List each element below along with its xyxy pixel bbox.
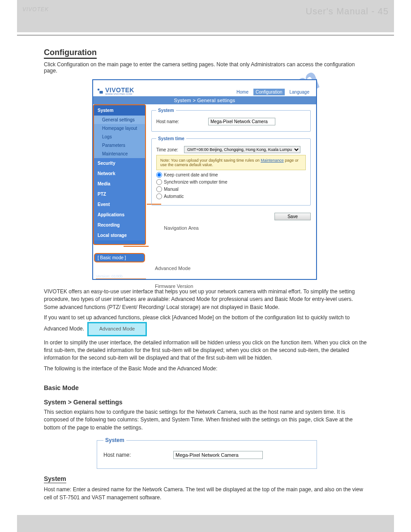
save-button[interactable]: Save [274, 213, 311, 220]
logo-icon [96, 87, 104, 95]
radio-automatic-label: Automatic [164, 194, 184, 199]
timezone-select[interactable]: GMT+08:00 Beijing, Chongqing, Hong Kong,… [184, 146, 300, 153]
sidebar-item-security[interactable]: Security [94, 158, 145, 168]
timezone-label: Time zone: [156, 147, 181, 152]
logo-sub: WWW.VIVOTEK.COM [105, 93, 134, 95]
firmware-version: Version: 0100b [96, 274, 146, 279]
para-overview-2: If you want to set up advanced functions… [44, 314, 367, 336]
sidebar-item-ptz[interactable]: PTZ [94, 189, 145, 199]
radio-keep-current[interactable] [156, 172, 162, 178]
hostname-para: Host name: Enter a desired name for the … [44, 486, 367, 502]
radio-keep-current-label: Keep current date and time [164, 172, 218, 177]
sidebar-item-system[interactable]: System [94, 105, 145, 116]
top-rule [17, 35, 394, 35]
page-bottom-bar: 44 - User's Manual [17, 515, 394, 532]
advanced-mode-button[interactable]: Advanced Mode [87, 322, 147, 336]
svg-point-0 [98, 89, 100, 91]
radio-manual-label: Manual [164, 187, 179, 192]
header-nav: Home Configuration Language [234, 89, 312, 95]
callout-label-fw: Firmware Version [155, 283, 193, 289]
nav-home[interactable]: Home [234, 89, 251, 95]
fig2-fieldset: System Host name: [97, 437, 317, 469]
sidebar-item-local-storage[interactable]: Local storage [94, 230, 145, 240]
para-ui-behavior: In order to simplify the user interface,… [44, 339, 367, 362]
panel-system: System Host name: [151, 108, 311, 132]
sidebar-item-event[interactable]: Event [94, 199, 145, 210]
nav-language[interactable]: Language [287, 89, 312, 95]
sidebar-sub-maintenance[interactable]: Maintenance [94, 150, 145, 158]
svg-rect-1 [99, 91, 103, 94]
top-bar-right: User's Manual - 45 [306, 6, 389, 17]
panel-system-time: System time Time zone: GMT+08:00 Beijing… [151, 136, 311, 206]
page-top-bar: VIVOTEK User's Manual - 45 [17, 0, 394, 32]
panel-area: System Host name: System time Time zone:… [146, 104, 316, 279]
sidebar-sub-general-settings[interactable]: General settings [94, 116, 145, 124]
top-bar-left: VIVOTEK [22, 6, 49, 13]
panel-system-legend: System [156, 108, 176, 113]
dst-note-link[interactable]: Maintenance [261, 158, 284, 163]
sidebar-item-recording[interactable]: Recording [94, 220, 145, 230]
sidebar-item-media[interactable]: Media [94, 179, 145, 189]
fig2-legend: System [103, 437, 126, 443]
radio-sync-computer[interactable] [156, 179, 162, 185]
para-overview-1: VIVOTEK offers an easy-to-use user inter… [44, 288, 367, 311]
fig2-hostname-label: Host name: [103, 452, 171, 458]
sidebar-item-network[interactable]: Network [94, 168, 145, 179]
radio-automatic[interactable] [156, 193, 162, 199]
sidebar-sub-homepage-layout[interactable]: Homepage layout [94, 124, 145, 133]
fig2-hostname-input[interactable] [173, 451, 263, 459]
radio-manual[interactable] [156, 186, 162, 192]
intro-paragraph: Click Configuration on the main page to … [44, 61, 367, 74]
sidebar-sub-logs[interactable]: Logs [94, 133, 145, 141]
basic-mode-button[interactable]: [ Basic mode ] [94, 253, 145, 262]
hostname-input[interactable] [208, 118, 275, 125]
frame-header: VIVOTEK WWW.VIVOTEK.COM Home Configurati… [93, 80, 316, 96]
config-screenshot: VIVOTEK WWW.VIVOTEK.COM Home Configurati… [92, 79, 317, 280]
system-general-para: This section explains how to configure t… [44, 408, 367, 432]
callout-line-mode [124, 246, 149, 247]
system-subhead: System [44, 475, 367, 483]
system-panel-figure: System Host name: [97, 437, 317, 469]
sidebar-item-applications[interactable]: Applications [94, 210, 145, 220]
radio-sync-computer-label: Synchronize with computer time [164, 180, 227, 184]
callout-label-nav: Navigation Area [164, 225, 199, 231]
sidebar: System General settings Homepage layout … [93, 104, 146, 245]
panel-system-time-legend: System time [156, 136, 186, 141]
system-general-heading: System > General settings [44, 399, 367, 406]
section-title: Configuration [44, 48, 367, 59]
para-interface-intro: The following is the interface of the Ba… [44, 365, 367, 373]
breadcrumb-banner: System > General settings [93, 96, 316, 104]
logo: VIVOTEK WWW.VIVOTEK.COM [96, 86, 134, 95]
dst-note: Note: You can upload your daylight savin… [156, 155, 306, 170]
nav-configuration[interactable]: Configuration [253, 89, 284, 95]
basic-mode-heading: Basic Mode [44, 384, 367, 391]
hostname-label: Host name: [156, 119, 206, 124]
callout-label-mode: Advanced Mode [155, 266, 191, 271]
dst-note-pre: Note: You can upload your daylight savin… [160, 158, 261, 163]
sidebar-sub-parameters[interactable]: Parameters [94, 141, 145, 150]
